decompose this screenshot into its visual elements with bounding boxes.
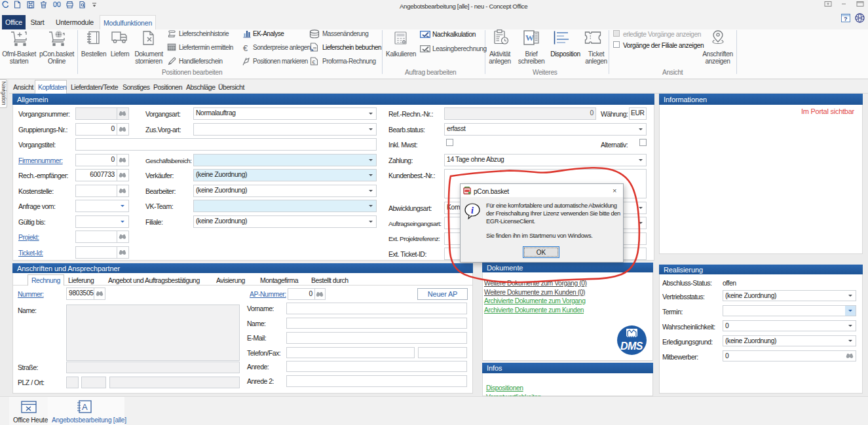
svg-text:€: €: [312, 59, 315, 65]
svg-text:?: ?: [844, 16, 848, 22]
svg-text:A: A: [82, 402, 88, 412]
svg-text:W: W: [525, 33, 534, 43]
svg-text:i: i: [471, 206, 474, 215]
